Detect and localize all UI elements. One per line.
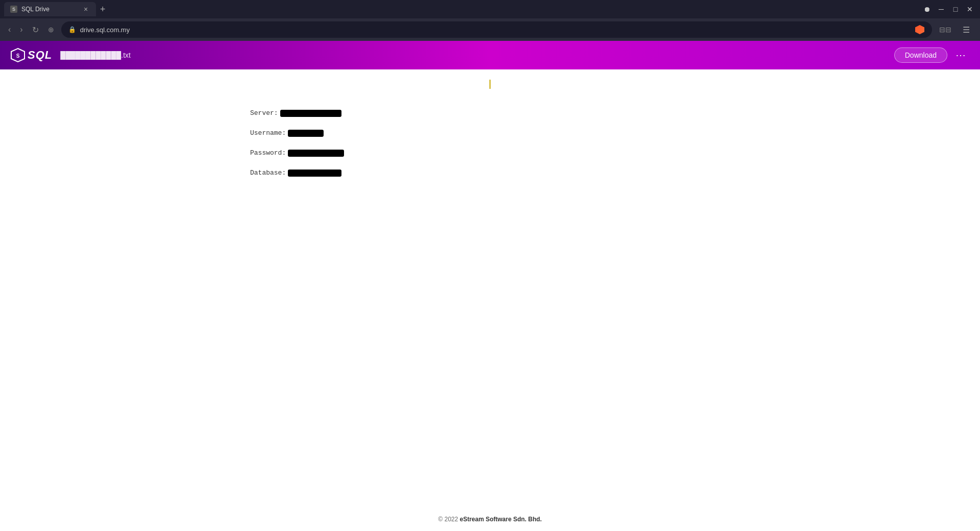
back-button[interactable]: ‹ bbox=[6, 23, 13, 36]
file-content: Server: Username: Password: Database: bbox=[0, 69, 980, 531]
tab-title: SQL Drive bbox=[21, 6, 78, 13]
database-field-row: Database: bbox=[250, 169, 341, 177]
username-field-row: Username: bbox=[250, 129, 324, 137]
reader-mode-button[interactable]: ⊟⊟ bbox=[937, 23, 953, 36]
tab-favicon: S bbox=[10, 6, 17, 13]
maximize-button[interactable]: □ bbox=[949, 3, 962, 15]
file-fields: Server: Username: Password: Database: bbox=[0, 109, 980, 177]
database-value-redacted bbox=[288, 170, 341, 177]
lock-icon: 🔒 bbox=[68, 26, 76, 33]
username-value-redacted bbox=[288, 130, 324, 137]
forward-button[interactable]: › bbox=[18, 23, 24, 36]
svg-text:S: S bbox=[16, 53, 20, 59]
footer: © 2022 eStream Software Sdn. Bhd. bbox=[0, 508, 980, 531]
password-field-row: Password: bbox=[250, 149, 344, 157]
cursor-line bbox=[0, 80, 980, 89]
password-value-redacted bbox=[288, 150, 344, 157]
username-label: Username: bbox=[250, 129, 286, 137]
tab-close-button[interactable]: × bbox=[82, 5, 90, 13]
window-record-button[interactable]: ⏺ bbox=[921, 3, 933, 15]
address-input[interactable]: 🔒 drive.sql.com.my bbox=[61, 21, 932, 38]
footer-brand: eStream Software Sdn. Bhd. bbox=[460, 516, 542, 523]
bookmark-button[interactable]: ⊕ bbox=[46, 23, 56, 36]
sidebar-toggle-button[interactable]: ☰ bbox=[959, 23, 974, 37]
sql-logo-icon: S bbox=[10, 47, 26, 63]
address-bar: ‹ › ↻ ⊕ 🔒 drive.sql.com.my ⊟⊟ ☰ bbox=[0, 18, 980, 41]
file-name: ████████████.txt bbox=[60, 51, 131, 59]
brave-shield-icon bbox=[915, 25, 925, 35]
server-value-redacted bbox=[280, 110, 341, 117]
footer-copyright: © 2022 bbox=[438, 516, 460, 523]
server-field-row: Server: bbox=[250, 109, 341, 117]
minimize-button[interactable]: ─ bbox=[935, 3, 947, 15]
app-header: S SQL ████████████.txt Download ⋯ bbox=[0, 41, 980, 69]
server-label: Server: bbox=[250, 109, 278, 117]
password-label: Password: bbox=[250, 149, 286, 157]
browser-tab[interactable]: S SQL Drive × bbox=[4, 2, 96, 16]
reload-button[interactable]: ↻ bbox=[30, 23, 41, 37]
tab-bar: S SQL Drive × + ⏺ ─ □ ✕ bbox=[0, 0, 980, 18]
browser-chrome: S SQL Drive × + ⏺ ─ □ ✕ ‹ › ↻ ⊕ 🔒 drive.… bbox=[0, 0, 980, 41]
window-controls: ⏺ ─ □ ✕ bbox=[921, 3, 976, 15]
content-area: Server: Username: Password: Database: © … bbox=[0, 69, 980, 531]
url-text: drive.sql.com.my bbox=[80, 26, 911, 34]
more-options-button[interactable]: ⋯ bbox=[951, 47, 970, 63]
close-button[interactable]: ✕ bbox=[964, 3, 976, 15]
sql-logo-text: SQL bbox=[28, 49, 52, 62]
database-label: Database: bbox=[250, 169, 286, 177]
text-cursor bbox=[489, 80, 491, 89]
sql-drive-logo: S SQL bbox=[10, 47, 52, 63]
download-button[interactable]: Download bbox=[894, 47, 947, 63]
new-tab-button[interactable]: + bbox=[96, 4, 110, 15]
